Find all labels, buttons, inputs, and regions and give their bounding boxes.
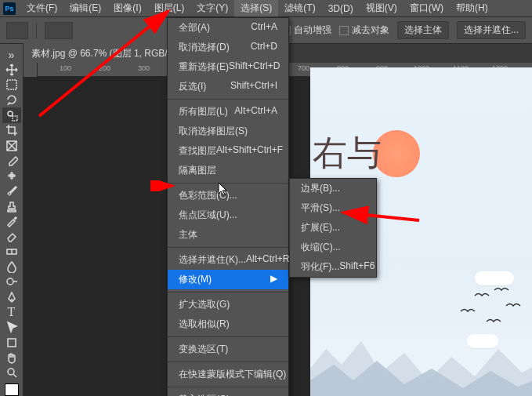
menu-filter[interactable]: 滤镜(T): [278, 0, 321, 17]
frame-tool-icon[interactable]: [2, 138, 21, 153]
svg-rect-0: [7, 80, 16, 89]
pen-tool-icon[interactable]: [2, 289, 21, 304]
menu-item-select-and-mask[interactable]: 选择并遮住(K)...Alt+Ctrl+R: [168, 250, 288, 270]
gradient-tool-icon[interactable]: [2, 244, 21, 259]
menu-item-find-layers[interactable]: 查找图层Alt+Shift+Ctrl+F: [168, 141, 288, 161]
app-logo: Ps: [3, 2, 16, 15]
brush-tool-icon[interactable]: [2, 183, 21, 198]
menu-3d[interactable]: 3D(D): [322, 1, 360, 16]
menu-item-load-selection[interactable]: 载入选区(O)...: [168, 390, 288, 396]
ruler-tick: 700: [298, 64, 309, 72]
ruler-tick: 300: [138, 64, 150, 72]
menu-divider: [168, 292, 288, 292]
submenu-item-feather[interactable]: 羽化(F)...Shift+F6: [290, 257, 376, 277]
bird-icon: [493, 285, 510, 293]
menu-divider: [168, 99, 288, 100]
menubar: Ps 文件(F) 编辑(E) 图像(I) 图层(L) 文字(Y) 选择(S) 滤…: [0, 0, 532, 17]
move-tool-icon[interactable]: [2, 62, 21, 77]
menu-view[interactable]: 视图(V): [360, 0, 404, 17]
brush-preview-icon[interactable]: [45, 22, 73, 39]
svg-point-1: [8, 111, 13, 116]
hand-tool-icon[interactable]: [2, 350, 21, 365]
menu-item-subject[interactable]: 主体: [168, 225, 288, 245]
submenu-item-smooth[interactable]: 平滑(S)...: [290, 198, 376, 218]
shape-tool-icon[interactable]: [2, 335, 21, 350]
modify-submenu: 边界(B)... 平滑(S)... 扩展(E)... 收缩(C)... 羽化(F…: [289, 178, 377, 278]
eyedropper-tool-icon[interactable]: [2, 153, 21, 168]
eraser-tool-icon[interactable]: [2, 229, 21, 244]
menu-item-similar[interactable]: 选取相似(R): [168, 314, 288, 334]
menu-item-focus-area[interactable]: 焦点区域(U)...: [168, 205, 288, 225]
menu-layer[interactable]: 图层(L): [148, 0, 191, 17]
toolbox: » T: [0, 44, 24, 396]
submenu-item-contract[interactable]: 收缩(C)...: [290, 238, 376, 257]
submenu-arrow-icon: ▶: [270, 273, 277, 286]
menu-item-isolate-layers[interactable]: 隔离图层: [168, 161, 288, 180]
menu-select[interactable]: 选择(S): [234, 0, 278, 17]
tool-preset-icon[interactable]: [6, 22, 28, 39]
ruler-tick: 100: [60, 64, 71, 72]
menu-divider: [168, 387, 288, 387]
menu-item-select-all[interactable]: 全部(A)Ctrl+A: [168, 18, 288, 38]
select-and-mask-button[interactable]: 选择并遮住...: [457, 21, 526, 39]
menu-image[interactable]: 图像(I): [107, 0, 147, 17]
subtract-label: 减去对象: [352, 24, 389, 35]
text-tool-icon[interactable]: T: [2, 304, 21, 319]
svg-point-13: [8, 369, 14, 375]
auto-enhance-label: 自动增强: [294, 24, 331, 35]
menu-divider: [168, 247, 288, 248]
cloud-graphic: [475, 271, 514, 285]
history-brush-tool-icon[interactable]: [2, 213, 21, 228]
svg-point-10: [7, 278, 13, 285]
menu-item-grow[interactable]: 扩大选取(G): [168, 295, 288, 314]
svg-rect-7: [11, 173, 13, 179]
menu-item-deselect-layers[interactable]: 取消选择图层(S): [168, 122, 288, 141]
menu-item-modify[interactable]: 修改(M)▶: [168, 270, 288, 289]
svg-rect-12: [8, 339, 16, 347]
submenu-item-border[interactable]: 边界(B)...: [290, 179, 376, 198]
menu-window[interactable]: 窗口(W): [404, 0, 450, 17]
menu-type[interactable]: 文字(Y): [190, 0, 234, 17]
menu-item-inverse[interactable]: 反选(I)Shift+Ctrl+I: [168, 77, 288, 96]
ruler-tick: 200: [99, 64, 110, 72]
menu-item-all-layers[interactable]: 所有图层(L)Alt+Ctrl+A: [168, 102, 288, 122]
separator: [36, 23, 37, 38]
menu-item-reselect[interactable]: 重新选择(E)Shift+Ctrl+D: [168, 57, 288, 77]
submenu-item-expand[interactable]: 扩展(E)...: [290, 218, 376, 238]
lasso-tool-icon[interactable]: [2, 93, 21, 107]
svg-rect-6: [9, 175, 15, 176]
mountains-graphic: [310, 302, 532, 396]
canvas-text-1: 右与: [313, 130, 382, 176]
healing-tool-icon[interactable]: [2, 169, 21, 183]
menu-divider: [168, 361, 288, 362]
bird-icon: [473, 291, 490, 299]
select-menu-dropdown: 全部(A)Ctrl+A 取消选择(D)Ctrl+D 重新选择(E)Shift+C…: [167, 17, 289, 396]
marquee-tool-icon[interactable]: [2, 78, 21, 93]
blur-tool-icon[interactable]: [2, 259, 21, 274]
svg-rect-2: [13, 116, 17, 121]
dodge-tool-icon[interactable]: [2, 274, 21, 289]
menu-item-transform-selection[interactable]: 变换选区(T): [168, 340, 288, 359]
select-subject-button[interactable]: 选择主体: [397, 21, 449, 39]
menu-edit[interactable]: 编辑(E): [63, 0, 107, 17]
menu-item-quick-mask[interactable]: 在快速蒙版模式下编辑(Q): [168, 365, 288, 384]
crop-tool-icon[interactable]: [2, 123, 21, 138]
subtract-checkbox[interactable]: [339, 26, 349, 35]
menu-divider: [168, 336, 288, 337]
document-tab-title: 素材.jpg @ 66.7% (图层 1, RGB/8): [31, 48, 176, 59]
cursor-icon: [218, 182, 229, 196]
quick-select-tool-icon[interactable]: [2, 107, 21, 122]
zoom-tool-icon[interactable]: [2, 365, 21, 380]
color-swatch[interactable]: [5, 383, 19, 396]
path-select-tool-icon[interactable]: [2, 320, 21, 335]
menu-item-deselect[interactable]: 取消选择(D)Ctrl+D: [168, 38, 288, 57]
stamp-tool-icon[interactable]: [2, 198, 21, 213]
menu-file[interactable]: 文件(F): [20, 0, 63, 17]
svg-line-14: [13, 374, 16, 377]
toolbox-toggle-icon[interactable]: »: [2, 47, 21, 62]
menu-help[interactable]: 帮助(H): [450, 0, 494, 17]
